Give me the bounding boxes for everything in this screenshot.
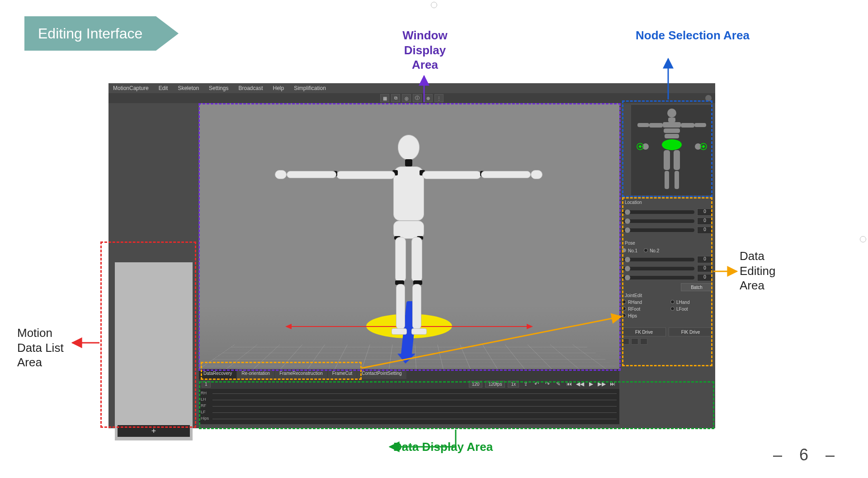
page-number: – 6 –: [773, 445, 841, 464]
annotation-box-data-editing: [622, 197, 712, 366]
menu-item[interactable]: Skeleton: [178, 85, 199, 91]
grid-icon[interactable]: ▦: [380, 94, 389, 102]
callout-data-editing: Data Editing Area: [740, 249, 776, 293]
annotation-box-window-display: [198, 103, 621, 371]
menu-item[interactable]: Help: [273, 85, 284, 91]
menu-item[interactable]: Settings: [209, 85, 228, 91]
slide-top-handle: [431, 2, 437, 8]
target-icon[interactable]: ◎: [402, 94, 411, 102]
annotation-box-motion-list: [100, 241, 196, 428]
slide-side-handle: [860, 236, 866, 242]
annotation-box-node-selection: [622, 100, 712, 197]
menu-item[interactable]: MotionCapture: [113, 85, 149, 91]
menu-item[interactable]: Edit: [159, 85, 168, 91]
slide-title-banner: Editing Interface: [24, 16, 179, 51]
callout-window-display: Window Display Area: [389, 28, 461, 72]
info-icon[interactable]: ⓘ: [413, 94, 422, 102]
options-icon[interactable]: ⋮: [434, 94, 443, 102]
globe-icon[interactable]: ⊕: [424, 94, 433, 102]
callout-data-display: Data Display Area: [393, 440, 493, 454]
slide-title: Editing Interface: [24, 16, 156, 51]
menubar: MotionCapture Edit Skeleton Settings Bro…: [108, 83, 715, 93]
annotation-box-data-display: [199, 381, 714, 429]
callout-node-selection: Node Selection Area: [636, 28, 750, 43]
callout-motion-list: Motion Data List Area: [17, 326, 64, 370]
annotation-box-tool-tabs: [201, 362, 362, 380]
layers-icon[interactable]: ⧉: [391, 94, 400, 102]
menu-item[interactable]: Broadcast: [238, 85, 263, 91]
menu-item[interactable]: Simplification: [294, 85, 326, 91]
banner-arrow-icon: [156, 16, 179, 51]
